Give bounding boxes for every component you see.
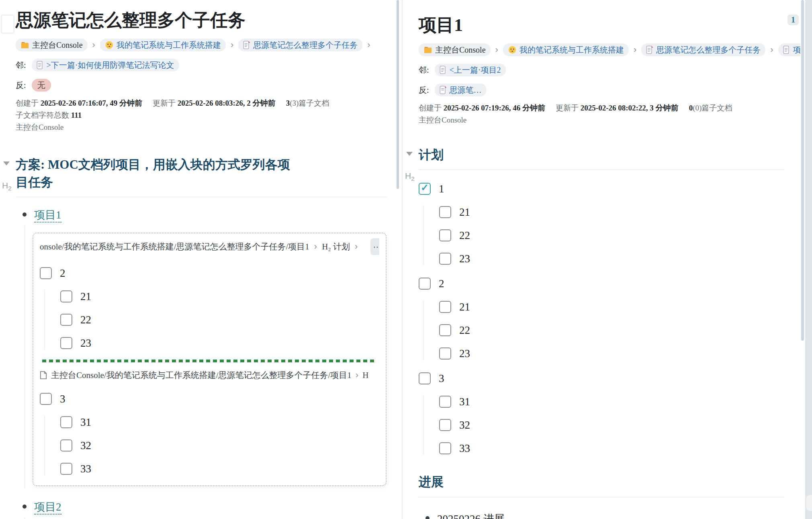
meta-notebook: 主控台Console	[16, 121, 387, 133]
checkbox-checked[interactable]	[419, 183, 431, 195]
document-icon	[1, 14, 14, 34]
checkbox-unchecked[interactable]	[439, 206, 451, 218]
collapse-triangle-icon[interactable]	[3, 161, 10, 166]
task-item: 21	[439, 300, 784, 314]
doc-ref-link[interactable]: 项目1	[34, 209, 61, 223]
chevron-right-icon: ›	[314, 241, 317, 252]
checkbox-unchecked[interactable]	[439, 324, 451, 336]
checkbox-unchecked[interactable]	[40, 393, 52, 405]
checkbox-unchecked[interactable]	[439, 253, 451, 265]
embed-heading-crumb[interactable]: H	[362, 370, 368, 380]
page-title[interactable]: 项目1	[419, 14, 784, 36]
section-heading[interactable]: 计划	[419, 146, 700, 164]
task-item: 33	[439, 441, 784, 455]
heading-level-gutter[interactable]: H2	[2, 181, 12, 192]
breadcrumb-doc-label: 思源笔记怎么整理多个子任务	[656, 45, 761, 55]
notebook-name: 主控台Console	[32, 40, 83, 50]
page-title[interactable]: 思源笔记怎么整理多个子任务	[16, 10, 387, 31]
list-item[interactable]: 20250226 进展	[419, 512, 784, 519]
checkbox-unchecked[interactable]	[40, 267, 52, 279]
doc-metadata: 创建于 2025-02-26 07:16:07, 49 分钟前更新于 2025-…	[16, 97, 387, 133]
checkbox-unchecked[interactable]	[60, 463, 72, 475]
embed-path[interactable]: 主控台Console/我的笔记系统与工作系统搭建/思源笔记怎么整理多个子任务/项…	[51, 370, 352, 381]
right-editor-pane: 项目1 主控台Console › 我的笔记系统与工作系统搭建 › 思源笔记怎么整…	[403, 0, 800, 519]
task-item: 21	[439, 205, 784, 219]
folder-icon	[20, 41, 29, 49]
checkbox-unchecked[interactable]	[419, 278, 431, 290]
breadcrumb-doc[interactable]: 思源笔记怎么整理多个子任务	[641, 43, 765, 56]
checkbox-unchecked[interactable]	[60, 314, 72, 326]
document-icon	[37, 61, 44, 69]
task-item: 2	[40, 266, 379, 280]
checkbox-unchecked[interactable]	[60, 416, 72, 428]
task-item: 32	[439, 418, 784, 432]
section-heading[interactable]: 进展	[419, 474, 784, 490]
section-heading[interactable]: 方案: MOC文档列项目，用嵌入块的方式罗列各项目任务	[16, 156, 297, 191]
breadcrumb-doc[interactable]: 思源笔记怎么整理多个子任务	[238, 39, 362, 51]
document-icon	[243, 41, 250, 49]
breadcrumb-doc[interactable]: 项目1	[778, 43, 800, 56]
backlink-row: 反: 无	[16, 79, 387, 92]
document-icon	[646, 45, 653, 54]
neighbor-doc-link[interactable]: <上一篇·项目2	[435, 63, 506, 76]
breadcrumb-doc[interactable]: 我的笔记系统与工作系统搭建	[100, 39, 226, 51]
task-item: 1	[419, 182, 784, 196]
embed-block[interactable]: onsole/我的笔记系统与工作系统搭建/思源笔记怎么整理多个子任务/项目1 ›…	[33, 233, 387, 486]
document-icon	[440, 65, 447, 74]
checkbox-unchecked[interactable]	[439, 396, 451, 408]
dock-toggle-button[interactable]	[806, 495, 812, 511]
doc-metadata: 创建于 2025-02-26 07:19:26, 46 分钟前更新于 2025-…	[419, 102, 784, 126]
breadcrumb-notebook[interactable]: 主控台Console	[419, 43, 491, 56]
chevron-right-icon: ›	[92, 40, 95, 50]
task-item: 31	[60, 415, 379, 429]
breadcrumb-doc-label: 思源笔记怎么整理多个子任务	[253, 40, 358, 50]
notebook-name: 主控台Console	[435, 45, 486, 55]
folder-icon	[423, 45, 432, 54]
backlink-doc-label: 思源笔…	[450, 85, 482, 95]
checkbox-unchecked[interactable]	[439, 442, 451, 454]
right-pane-scrollbar[interactable]	[801, 0, 804, 341]
chevron-right-icon: ›	[634, 45, 636, 55]
checkbox-unchecked[interactable]	[419, 372, 431, 384]
backlink-doc-link[interactable]: 思源笔…	[435, 84, 487, 96]
checkbox-unchecked[interactable]	[439, 301, 451, 313]
neighbor-label: 邻:	[16, 60, 26, 71]
collapse-triangle-icon[interactable]	[406, 152, 413, 156]
checkbox-unchecked[interactable]	[60, 290, 72, 302]
checkbox-unchecked[interactable]	[439, 229, 451, 241]
flashcard-count-badge[interactable]: 1	[787, 14, 799, 25]
breadcrumb-doc[interactable]: 我的笔记系统与工作系统搭建	[503, 43, 629, 56]
backlink-row: 反: 思源笔…	[419, 84, 784, 96]
task-item: 32	[60, 439, 379, 452]
heading-rule	[419, 170, 784, 170]
heading-rule	[16, 197, 387, 197]
subtask-list: 31 32 33	[423, 395, 784, 455]
heading-rule	[419, 497, 784, 497]
neighbor-doc-link[interactable]: >下一篇·如何使用防弹笔记法写论文	[32, 59, 179, 72]
neighbor-doc-label: <上一篇·项目2	[450, 65, 501, 75]
backlink-label: 反:	[16, 80, 26, 91]
embed-heading-crumb[interactable]: H₂ 计划	[322, 241, 350, 252]
document-icon	[783, 45, 790, 54]
checkbox-unchecked[interactable]	[60, 337, 72, 349]
chevron-right-icon: ›	[367, 40, 370, 50]
chevron-right-icon: ›	[356, 370, 358, 380]
left-pane-scrollbar[interactable]	[397, 0, 399, 189]
checkbox-unchecked[interactable]	[60, 439, 72, 452]
heading-block: H2 方案: MOC文档列项目，用嵌入块的方式罗列各项目任务	[16, 156, 387, 197]
embed-path[interactable]: onsole/我的笔记系统与工作系统搭建/思源笔记怎么整理多个子任务/项目1	[40, 241, 309, 252]
heading-level-gutter[interactable]: H2	[405, 171, 415, 182]
plan-task-tree: 1 21 22 23 2	[419, 182, 784, 455]
subtask-list: 21 22 23	[423, 205, 784, 266]
chevron-right-icon: ›	[770, 45, 773, 55]
more-icon[interactable]: ⋯	[370, 238, 379, 255]
breadcrumb-notebook[interactable]: 主控台Console	[16, 39, 88, 51]
task-item: 3	[40, 392, 379, 406]
task-item: 33	[60, 462, 379, 476]
doc-ref-link[interactable]: 项目2	[34, 501, 61, 515]
task-item: 23	[60, 336, 379, 350]
checkbox-unchecked[interactable]	[439, 419, 451, 431]
task-item: 23	[439, 252, 784, 266]
subtask-list: 31 32 33	[45, 415, 379, 476]
checkbox-unchecked[interactable]	[439, 347, 451, 360]
